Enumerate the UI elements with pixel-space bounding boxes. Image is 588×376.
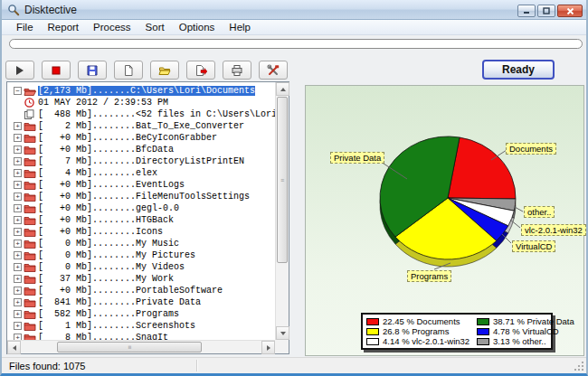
tree-row-label[interactable]: [ 8 Mb]........SnagIt [38,333,168,340]
menu-item-sort[interactable]: Sort [138,21,172,33]
tree-row-label[interactable]: [ 0 Mb]........My Music [38,239,179,249]
status-bar-separator [196,360,197,371]
expand-icon[interactable]: + [14,310,22,318]
tree-row-label[interactable]: [ 0 Mb]........My Pictures [38,250,195,260]
folder-icon [24,333,36,340]
tree-row[interactable]: +[ 7 Mb]........DirectoryListPrintEN [7,155,275,167]
tree-row-label[interactable]: [ +0 Mb]........Icons [38,227,163,237]
expand-icon[interactable]: + [14,228,22,236]
minimize-button[interactable] [517,5,536,17]
tree-row[interactable]: +[ +0 Mb]........FileMenuToolsSettings [7,191,275,202]
menu-item-file[interactable]: File [9,21,41,33]
tree-horizontal-scrollbar[interactable]: ≡ [7,340,275,353]
expand-icon[interactable]: + [14,334,22,340]
legend-swatch-icon [477,328,489,335]
tree-row[interactable]: +[ +0 Mb]........HTGBack [7,214,275,226]
expand-icon[interactable]: + [14,122,22,130]
horizontal-scroll-thumb[interactable]: ≡ [57,342,202,352]
expand-icon[interactable]: + [14,275,22,283]
tree-row-label[interactable]: [ 7 Mb]........DirectoryListPrintEN [38,156,244,166]
tree-row-label[interactable]: [ 37 Mb]........My Work [38,274,174,284]
tree-row[interactable]: +[ 8 Mb]........SnagIt [7,332,275,340]
tree-row-label[interactable]: [ +0 Mb]........HTGBack [38,215,174,225]
menu-item-process[interactable]: Process [86,21,138,33]
tree-row[interactable]: +[ +0 Mb]........gegl-0.0 [7,202,275,214]
tree-row-label[interactable]: [ 488 Mb]........<52 files in C:\Users\L… [38,109,275,119]
thumb-grip-icon: ≡ [280,179,284,182]
expand-icon[interactable]: + [14,157,22,165]
expand-icon[interactable]: + [14,287,22,295]
expand-icon[interactable]: + [14,263,22,271]
menu-item-help[interactable]: Help [222,21,258,33]
expand-icon[interactable]: + [14,240,22,248]
tree-row-label[interactable]: [ +0 Mb]........BfcData [38,145,174,155]
close-button[interactable] [557,5,583,17]
collapse-icon[interactable]: − [14,87,22,95]
expand-icon[interactable]: + [14,169,22,177]
window-title: Disktective [24,4,77,16]
tree-row[interactable]: +[ +0 Mb]........BeCyIconGrabber [7,132,275,144]
print-button[interactable] [223,61,251,80]
expand-icon[interactable]: + [14,181,22,189]
expand-icon[interactable]: + [14,146,22,154]
tree-row[interactable]: +[ 582 Mb]........Programs [7,308,275,320]
expand-icon[interactable]: + [14,298,22,306]
tree-row[interactable]: +[ +0 Mb]........PortableSoftware [7,285,275,296]
save-button[interactable] [78,61,107,80]
tree-row[interactable]: +[ 0 Mb]........My Videos [7,261,275,273]
tree-row[interactable]: +[ 841 Mb]........Private Data [7,296,275,308]
scroll-down-button[interactable] [276,326,289,340]
expand-icon[interactable]: + [14,193,22,201]
tree-row-label[interactable]: [ 4 Mb]........elex [38,168,157,178]
tree-row[interactable]: +[ +0 Mb]........BfcData [7,144,275,155]
tree-row-label[interactable]: [ 841 Mb]........Private Data [38,297,201,307]
tree-row[interactable]: +[ +0 Mb]........Icons [7,226,275,238]
tree-row[interactable]: +[ 1 Mb]........Screenshots [7,320,275,332]
tree-row[interactable]: +[ 4 Mb]........elex [7,167,275,179]
maximize-button[interactable] [537,5,555,17]
title-bar[interactable]: Disktective [2,0,586,20]
expand-icon[interactable]: + [14,251,22,259]
vertical-scroll-thumb[interactable]: ≡ [277,97,288,263]
tree-row[interactable]: 01 MAY 2012 / 2:39:53 PM [7,97,275,108]
start-button[interactable] [5,61,34,80]
tree-row-label[interactable]: [ +0 Mb]........FileMenuToolsSettings [38,192,250,202]
pie-label-private-data: Private Data [330,152,384,164]
tree-row[interactable]: +[ +0 Mb]........EventLogs [7,179,275,191]
export-button[interactable] [186,61,215,80]
tree-row[interactable]: −[2,173 Mb].......C:\Users\Lori\Document… [7,85,275,97]
scroll-up-button[interactable] [276,82,289,96]
tree-row-label[interactable]: [ 1 Mb]........Screenshots [38,321,195,331]
resize-grip[interactable] [574,361,584,371]
tree-row-label[interactable]: [2,173 Mb].......C:\Users\Lori\Documents [38,86,255,96]
tree-row-label[interactable]: [ 0 Mb]........My Videos [38,262,185,272]
ready-button[interactable]: Ready [482,60,555,80]
expand-icon[interactable]: + [14,322,22,330]
tree-row[interactable]: [ 488 Mb]........<52 files in C:\Users\L… [7,108,275,120]
scroll-left-button[interactable] [7,341,21,354]
tree-row-label[interactable]: [ 582 Mb]........Programs [38,309,179,319]
tree-row-label[interactable]: [ +0 Mb]........BeCyIconGrabber [38,133,217,143]
tools-icon [267,64,280,77]
tree-row[interactable]: +[ 37 Mb]........My Work [7,273,275,285]
tree-row[interactable]: +[ 0 Mb]........My Pictures [7,249,275,261]
tree-row[interactable]: +[ 2 Mb]........Bat_To_Exe_Converter [7,120,275,132]
tools-button[interactable] [259,61,288,80]
tree-row[interactable]: +[ 0 Mb]........My Music [7,238,275,249]
menu-item-options[interactable]: Options [172,21,223,33]
tree-row-label[interactable]: [ +0 Mb]........EventLogs [38,180,185,190]
tree-row-label[interactable]: [ 2 Mb]........Bat_To_Exe_Converter [38,121,244,131]
expand-icon[interactable]: + [14,216,22,224]
folder-open-icon [24,86,36,96]
expand-icon[interactable]: + [14,204,22,212]
tree-vertical-scrollbar[interactable]: ≡ [275,82,289,340]
new-button[interactable] [114,61,143,80]
tree-row-label[interactable]: [ +0 Mb]........gegl-0.0 [38,203,179,213]
open-button[interactable] [150,61,179,80]
expand-icon[interactable]: + [14,134,22,142]
stop-button[interactable] [42,61,71,80]
scroll-right-button[interactable] [261,341,275,354]
tree-row-label[interactable]: 01 MAY 2012 / 2:39:53 PM [38,98,168,108]
tree-row-label[interactable]: [ +0 Mb]........PortableSoftware [38,286,223,296]
menu-item-report[interactable]: Report [41,21,87,33]
